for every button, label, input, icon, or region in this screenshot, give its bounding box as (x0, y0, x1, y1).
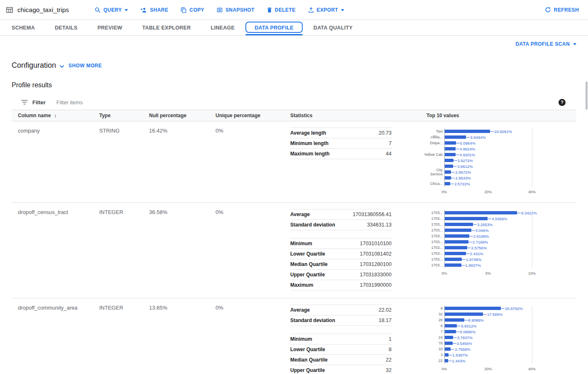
bar-area: 20.9281% (444, 128, 532, 134)
bar-row: 3217.585% (424, 311, 561, 317)
tab-schema[interactable]: SCHEMA (2, 20, 45, 35)
scrollbar[interactable] (586, 81, 588, 110)
bar-area: 2.9543% (444, 175, 532, 181)
bar-value-label: 5.0964% (456, 141, 476, 145)
bar-row: 1703...2.5756% (424, 245, 561, 251)
bar-category-label: 1703... (424, 263, 443, 267)
axis-tick-label: 0% (441, 271, 447, 276)
export-button[interactable]: EXPORT (308, 7, 345, 13)
stat-row: Minimum17031010100 (290, 238, 392, 249)
stat-value: 18.17 (379, 317, 392, 323)
cell-column-name: company (18, 126, 99, 195)
bar-area: 3.7607% (444, 335, 532, 340)
tab-preview[interactable]: PREVIEW (88, 20, 132, 35)
query-button[interactable]: QUERY (95, 7, 128, 13)
tab-label: DATA QUALITY (314, 25, 353, 31)
bar-area: 3.9272% (444, 157, 532, 163)
bar (445, 176, 451, 180)
chart-gridline (532, 128, 532, 187)
column-header-label: Column name (18, 113, 51, 118)
bar-value-label: 2.7166% (468, 240, 488, 244)
bar-row: 1703...4.9366% (424, 216, 561, 221)
stat-row: Lower Quartile17031081402 (290, 249, 392, 259)
trash-icon (267, 7, 272, 13)
sort-ascending-icon: ↑ (54, 113, 57, 119)
cell-type: INTEGER (99, 303, 149, 374)
bar-category-label: 1703... (424, 257, 443, 261)
bar-category-label: City Service (424, 168, 443, 176)
bar-area: 8.3422% (444, 210, 532, 216)
tab-details[interactable]: DETAILS (45, 20, 88, 35)
bar-category-label: 1703... (424, 251, 443, 256)
tab-data-quality[interactable]: DATA QUALITY (304, 20, 363, 35)
profile-results-card: Filter ? Column name↑TypeNull percentage… (12, 95, 576, 374)
bar-value-label: 2.9572% (451, 170, 471, 175)
bar (445, 147, 456, 150)
bar-value-label: 4.9366% (488, 217, 507, 221)
bar (445, 229, 471, 232)
table-header-row: Column name↑TypeNull percentageUnique pe… (12, 110, 576, 121)
bar-category-label: Dispa... (424, 141, 443, 145)
cell-top-values: 825.8792%3217.585%288.9088%65.6012%75.08… (401, 303, 576, 374)
tab-data-profile[interactable]: DATA PROFILE (245, 20, 304, 35)
stat-value: 22 (386, 357, 392, 363)
top-values-chart: 1703...8.3422%1703...4.9366%1703...3.255… (424, 210, 561, 276)
bar-value-label: 2.9543% (451, 176, 471, 180)
stat-row: Maximum17031990000 (290, 280, 392, 290)
column-header-unique-percentage: Unique percentage (216, 113, 290, 118)
help-icon[interactable]: ? (559, 99, 566, 106)
tab-table-explorer[interactable]: TABLE EXPLORER (132, 20, 201, 35)
show-more-button[interactable]: SHOW MORE (69, 63, 102, 69)
copy-button[interactable]: COPY (181, 7, 204, 13)
delete-button[interactable]: DELETE (267, 7, 296, 13)
bar-area: 4.9524% (444, 146, 532, 152)
share-button-label: SHARE (150, 7, 168, 13)
bar-area: 2.431% (444, 251, 532, 256)
stat-value: 17031280100 (360, 261, 392, 267)
bar-value-label: 25.8792% (501, 306, 523, 311)
share-button[interactable]: SHARE (140, 7, 168, 13)
stat-row: Average17031360556.41 (290, 209, 392, 219)
stat-value: 32 (386, 367, 392, 373)
bar-category-label: Affilia... (424, 135, 443, 139)
bar-category-label: 1703... (424, 217, 443, 221)
stat-row: Lower Quartile8 (290, 344, 392, 354)
bar-value-label: 2.5756% (467, 246, 487, 250)
bar-category-label: 1703... (424, 234, 443, 238)
axis-tick-label: 20% (484, 190, 492, 194)
top-values-chart: Taxi20.9281%Affilia...9.8494%Dispa...5.0… (424, 128, 561, 195)
chevron-down-icon[interactable] (59, 65, 64, 68)
bar-area: 1.6387% (444, 352, 532, 358)
tab-label: TABLE EXPLORER (142, 25, 191, 31)
stat-value: 20.73 (379, 130, 392, 136)
query-button-label: QUERY (103, 7, 122, 13)
dropdown-caret-icon (341, 9, 344, 11)
cell-null-percentage: 13.65% (149, 303, 216, 374)
bar-category-label: Chica... (424, 182, 443, 186)
bar (445, 141, 456, 145)
axis-tick-label: 40% (528, 190, 536, 194)
cell-statistics: Average22.02Standard deviation18.17Minim… (290, 303, 401, 374)
bar (445, 353, 448, 357)
filter-input[interactable] (56, 99, 559, 106)
bar-value-label: 3.9272% (453, 158, 473, 163)
bar-value-label: 9.8494% (466, 135, 486, 140)
bar-value-label: 2.8189% (469, 234, 489, 239)
refresh-button[interactable]: REFRESH (545, 7, 579, 13)
snapshot-button-label: SNAPSHOT (225, 7, 255, 13)
column-header-column-name[interactable]: Column name↑ (18, 113, 99, 119)
bar-value-label: 1.9748% (462, 257, 482, 262)
tab-lineage[interactable]: LINEAGE (201, 20, 245, 35)
tab-label: DATA PROFILE (255, 25, 294, 31)
bar (445, 336, 453, 339)
bar-value-label: 4.9524% (456, 147, 475, 151)
snapshot-icon (217, 7, 223, 13)
snapshot-button[interactable]: SNAPSHOT (217, 7, 255, 13)
data-profile-scan-button[interactable]: DATA PROFILE SCAN (515, 41, 576, 47)
bar-area: 1.8937% (444, 262, 532, 268)
axis-tick-label: 20% (484, 367, 492, 371)
stat-value: 17031081402 (360, 251, 392, 257)
bar (445, 223, 473, 226)
stat-group: Minimum1Lower Quartile8Median Quartile22… (290, 334, 392, 374)
bar (445, 246, 467, 249)
